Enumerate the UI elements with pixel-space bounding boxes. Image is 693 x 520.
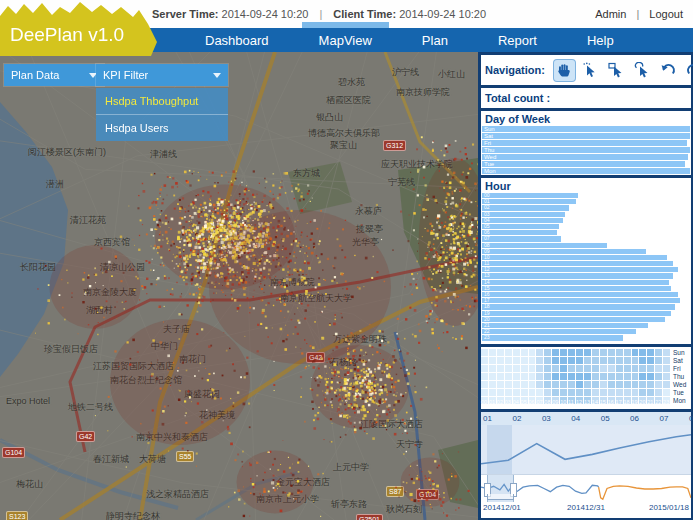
heatmap-cell[interactable] [536, 381, 543, 388]
undo-icon[interactable] [658, 60, 679, 81]
heatmap-cell[interactable] [663, 349, 670, 356]
heatmap-cell[interactable] [568, 373, 575, 380]
heatmap-cell[interactable] [576, 349, 583, 356]
heatmap-cell[interactable] [592, 365, 599, 372]
heatmap-cell[interactable] [647, 373, 654, 380]
heatmap-cell[interactable] [624, 357, 631, 364]
heatmap-cell[interactable] [655, 389, 662, 396]
heatmap-cell[interactable] [505, 389, 512, 396]
day-of-week-chart[interactable]: SunSatFriThuWedTueMon [481, 126, 691, 174]
nav-item-help[interactable]: Help [562, 28, 639, 52]
heatmap-cell[interactable] [584, 365, 591, 372]
heatmap-cell[interactable] [624, 365, 631, 372]
heatmap-cell[interactable] [544, 381, 551, 388]
bar-03[interactable] [482, 212, 565, 217]
redo-icon[interactable] [684, 60, 693, 81]
bar-13[interactable] [482, 273, 673, 278]
heatmap-cell[interactable] [592, 373, 599, 380]
heatmap-cell[interactable] [576, 381, 583, 388]
heatmap-cell[interactable] [489, 373, 496, 380]
select-pointer-icon[interactable] [580, 60, 601, 81]
heatmap-cell[interactable] [608, 365, 615, 372]
timeline-main-chart[interactable] [481, 425, 691, 474]
heatmap-cell[interactable] [505, 365, 512, 372]
heatmap-cell[interactable] [552, 381, 559, 388]
heatmap-cell[interactable] [489, 389, 496, 396]
heatmap-cell[interactable] [608, 357, 615, 364]
bar-Thu[interactable] [482, 147, 690, 153]
heatmap-cell[interactable] [536, 373, 543, 380]
heatmap-cell[interactable] [600, 381, 607, 388]
heatmap-cell[interactable] [639, 389, 646, 396]
heatmap-cell[interactable] [497, 373, 504, 380]
heatmap-cell[interactable] [592, 357, 599, 364]
week-hour-heatmap[interactable]: 0001020304050607080910111213141516171819… [481, 349, 671, 405]
heatmap-cell[interactable] [568, 389, 575, 396]
heatmap-cell[interactable] [513, 365, 520, 372]
heatmap-cell[interactable] [592, 389, 599, 396]
heatmap-cell[interactable] [529, 365, 536, 372]
heatmap-cell[interactable] [497, 381, 504, 388]
heatmap-cell[interactable] [529, 373, 536, 380]
heatmap-cell[interactable] [505, 349, 512, 356]
heatmap-cell[interactable] [647, 381, 654, 388]
heatmap-cell[interactable] [663, 365, 670, 372]
heatmap-cell[interactable] [544, 365, 551, 372]
heatmap-cell[interactable] [632, 373, 639, 380]
bar-Sat[interactable] [482, 133, 690, 139]
bar-17[interactable] [482, 298, 680, 303]
heatmap-cell[interactable] [560, 389, 567, 396]
heatmap-cell[interactable] [481, 389, 488, 396]
heatmap-cell[interactable] [616, 365, 623, 372]
heatmap-cell[interactable] [544, 349, 551, 356]
heatmap-cell[interactable] [608, 381, 615, 388]
heatmap-cell[interactable] [655, 381, 662, 388]
heatmap-cell[interactable] [576, 357, 583, 364]
heatmap-cell[interactable] [536, 365, 543, 372]
heatmap-cell[interactable] [639, 381, 646, 388]
heatmap-cell[interactable] [560, 373, 567, 380]
admin-link[interactable]: Admin [595, 8, 626, 20]
heatmap-cell[interactable] [616, 349, 623, 356]
heatmap-cell[interactable] [584, 381, 591, 388]
heatmap-cell[interactable] [568, 349, 575, 356]
heatmap-cell[interactable] [529, 389, 536, 396]
heatmap-cell[interactable] [632, 349, 639, 356]
heatmap-cell[interactable] [584, 349, 591, 356]
heatmap-cell[interactable] [584, 357, 591, 364]
heatmap-cell[interactable] [521, 381, 528, 388]
pan-hand-icon[interactable] [554, 60, 575, 81]
heatmap-cell[interactable] [663, 389, 670, 396]
heatmap-cell[interactable] [513, 373, 520, 380]
heatmap-cell[interactable] [544, 373, 551, 380]
heatmap-cell[interactable] [560, 365, 567, 372]
bar-06[interactable] [482, 230, 557, 235]
heatmap-cell[interactable] [576, 373, 583, 380]
heatmap-cell[interactable] [592, 381, 599, 388]
bar-11[interactable] [482, 261, 673, 266]
bar-08[interactable] [482, 243, 607, 248]
heatmap-cell[interactable] [552, 389, 559, 396]
plan-data-dropdown[interactable]: Plan Data [4, 64, 104, 86]
heatmap-cell[interactable] [584, 389, 591, 396]
bar-01[interactable] [482, 199, 576, 204]
bar-10[interactable] [482, 255, 667, 260]
heatmap-cell[interactable] [497, 349, 504, 356]
heatmap-cell[interactable] [536, 389, 543, 396]
heatmap-cell[interactable] [616, 357, 623, 364]
heatmap-cell[interactable] [663, 381, 670, 388]
circle-select-pointer-icon[interactable] [632, 60, 653, 81]
heatmap-cell[interactable] [624, 373, 631, 380]
heatmap-cell[interactable] [624, 381, 631, 388]
heatmap-cell[interactable] [568, 381, 575, 388]
bar-12[interactable] [482, 267, 678, 272]
heatmap-cell[interactable] [647, 389, 654, 396]
heatmap-cell[interactable] [600, 389, 607, 396]
heatmap-cell[interactable] [632, 357, 639, 364]
bar-19[interactable] [482, 311, 671, 316]
heatmap-cell[interactable] [639, 357, 646, 364]
heatmap-cell[interactable] [489, 365, 496, 372]
kpi-menu-item[interactable]: Hsdpa Thboughput [96, 88, 228, 115]
heatmap-cell[interactable] [481, 365, 488, 372]
bar-05[interactable] [482, 224, 559, 229]
